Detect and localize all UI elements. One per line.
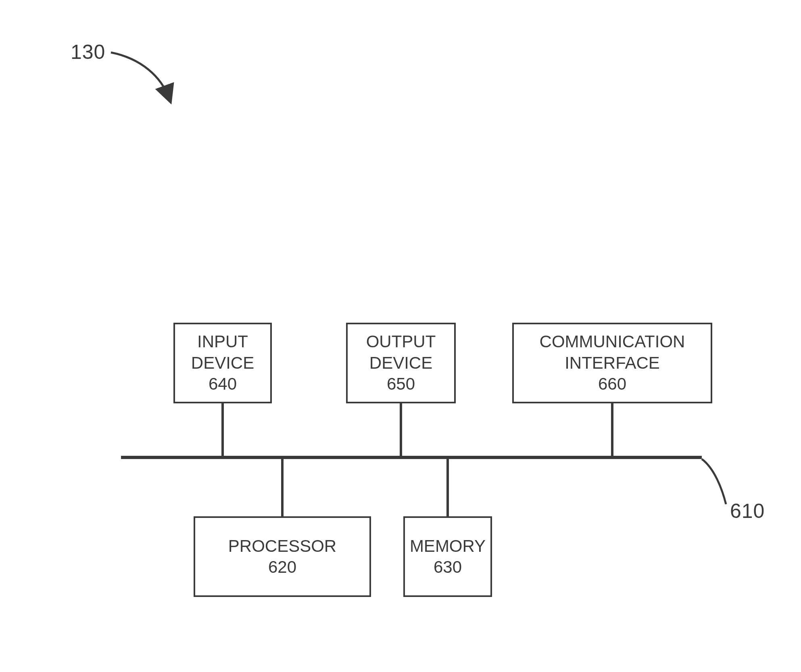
block-title: COMMUNICATION INTERFACE — [522, 331, 703, 374]
block-memory: MEMORY 630 — [403, 516, 492, 597]
bus-reference-label: 610 — [730, 499, 765, 523]
block-number: 660 — [598, 374, 626, 395]
block-number: 620 — [268, 557, 296, 578]
system-bus — [121, 456, 702, 459]
block-number: 650 — [387, 374, 415, 395]
block-number: 630 — [434, 557, 462, 578]
block-title: OUTPUT DEVICE — [356, 331, 446, 374]
block-title: PROCESSOR — [228, 536, 336, 557]
figure-reference-label: 130 — [71, 40, 105, 64]
block-input-device: INPUT DEVICE 640 — [173, 323, 272, 403]
block-output-device: OUTPUT DEVICE 650 — [346, 323, 456, 403]
diagram-canvas: 130 INPUT DEVICE 640 OUTPUT DEVICE 650 C… — [0, 0, 801, 672]
block-title: INPUT DEVICE — [183, 331, 262, 374]
block-number: 640 — [209, 374, 237, 395]
block-communication-interface: COMMUNICATION INTERFACE 660 — [512, 323, 712, 403]
block-title: MEMORY — [410, 536, 486, 557]
block-processor: PROCESSOR 620 — [194, 516, 371, 597]
